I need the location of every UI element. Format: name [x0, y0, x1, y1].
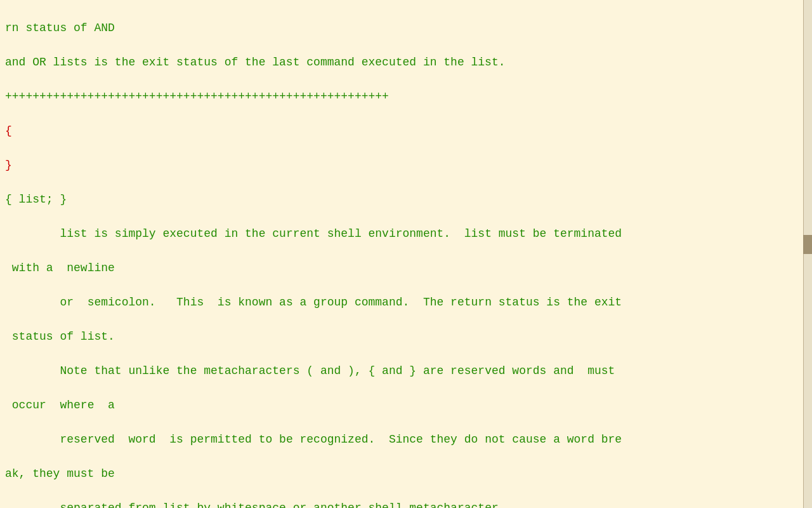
line-separated: separated from list by whitespace or ano…: [5, 502, 506, 508]
line-2: and OR lists is the exit status of the l…: [5, 56, 506, 69]
scrollbar[interactable]: [803, 0, 812, 508]
separator-1: ++++++++++++++++++++++++++++++++++++++++…: [5, 90, 389, 103]
line-open-brace: {: [5, 124, 12, 137]
line-reserved-word: reserved word is permitted to be recogni…: [5, 433, 622, 446]
terminal-output: rn status of AND and OR lists is the exi…: [0, 0, 812, 508]
line-ak: ak, they must be: [5, 467, 115, 480]
line-with: with a newline: [5, 262, 115, 274]
line-or-semicolon: or semicolon. This is known as a group c…: [5, 296, 622, 309]
scrollbar-thumb[interactable]: [803, 235, 812, 254]
line-note: Note that unlike the metacharacters ( an…: [5, 364, 615, 377]
line-status-of-list: status of list.: [5, 330, 115, 343]
line-1: rn status of AND: [5, 22, 115, 34]
line-list-desc: list is simply executed in the current s…: [5, 227, 622, 240]
line-list-syntax: { list; }: [5, 193, 67, 206]
line-close-brace: }: [5, 159, 12, 171]
line-occur-where: occur where a: [5, 399, 115, 411]
